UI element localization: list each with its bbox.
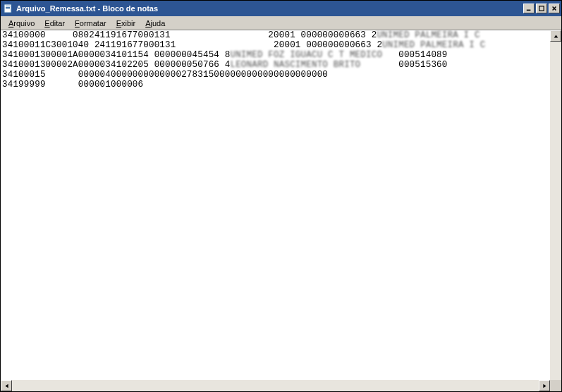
resize-grip[interactable] bbox=[550, 380, 561, 391]
scroll-left-button[interactable] bbox=[1, 380, 12, 391]
maximize-button[interactable] bbox=[536, 4, 547, 13]
text-line: 3410001300001A0000034101154 000000045454… bbox=[2, 50, 549, 60]
scroll-right-button[interactable] bbox=[539, 380, 550, 391]
scroll-up-button[interactable] bbox=[550, 30, 561, 42]
menu-ajuda[interactable]: Ajuda bbox=[140, 18, 170, 29]
menu-formatar[interactable]: Formatar bbox=[70, 18, 111, 29]
menu-exibir[interactable]: Exibir bbox=[111, 18, 141, 29]
scroll-track-horizontal[interactable] bbox=[12, 380, 539, 391]
svg-rect-4 bbox=[527, 10, 531, 11]
text-line: 3410001300002A0000034102205 000000050766… bbox=[2, 60, 549, 70]
text-viewport[interactable]: 34100000 080241191677000131 20001 000000… bbox=[1, 30, 550, 380]
svg-rect-2 bbox=[6, 7, 10, 8]
window-controls bbox=[523, 4, 560, 13]
titlebar: Arquivo_Remessa.txt - Bloco de notas bbox=[1, 1, 561, 16]
text-line: 34199999 000001000006 bbox=[2, 80, 549, 90]
horizontal-scrollbar[interactable] bbox=[1, 380, 550, 391]
text-line: 34100011C3001040 241191677000131 20001 0… bbox=[2, 40, 549, 50]
menubar: Arquivo Editar Formatar Exibir Ajuda bbox=[1, 16, 561, 30]
window-title: Arquivo_Remessa.txt - Bloco de notas bbox=[16, 4, 523, 13]
svg-rect-5 bbox=[539, 6, 544, 11]
text-line: 34100000 080241191677000131 20001 000000… bbox=[2, 30, 549, 40]
text-content[interactable]: 34100000 080241191677000131 20001 000000… bbox=[1, 30, 550, 90]
text-line: 34100015 0000040000000000000278315000000… bbox=[2, 70, 549, 80]
notepad-icon bbox=[2, 3, 13, 14]
minimize-button[interactable] bbox=[523, 4, 534, 13]
scroll-track-vertical[interactable] bbox=[550, 42, 561, 380]
svg-rect-3 bbox=[6, 8, 10, 9]
close-button[interactable] bbox=[549, 4, 560, 13]
menu-editar[interactable]: Editar bbox=[39, 18, 70, 29]
vertical-scrollbar[interactable] bbox=[550, 30, 561, 391]
editor-area: 34100000 080241191677000131 20001 000000… bbox=[1, 30, 561, 391]
svg-rect-1 bbox=[6, 6, 10, 6]
menu-arquivo[interactable]: Arquivo bbox=[4, 18, 39, 29]
